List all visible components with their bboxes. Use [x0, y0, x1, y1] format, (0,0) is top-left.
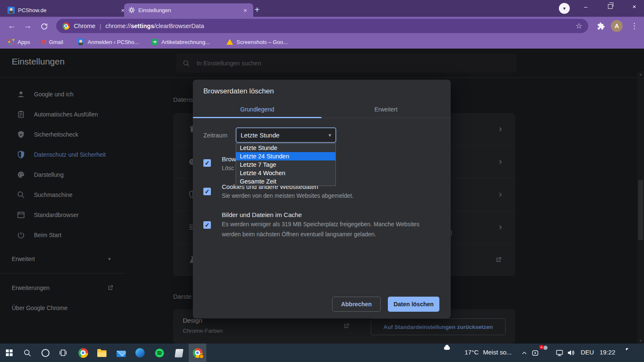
tray-temperature[interactable]: 17°C: [465, 349, 479, 356]
window-restore-button[interactable]: [601, 0, 619, 13]
pcshow-favicon: [77, 39, 84, 46]
bookmark-label: Apps: [18, 39, 30, 45]
tray-volume-icon[interactable]: [566, 348, 576, 358]
bookmark-star-icon[interactable]: ☆: [576, 21, 582, 31]
dropdown-option[interactable]: Letzte Stunde: [236, 144, 335, 152]
extensions-puzzle-icon[interactable]: [595, 21, 606, 31]
tray-network-icon[interactable]: [554, 348, 564, 358]
active-tab-underline: [193, 117, 322, 118]
windows-logo-icon: [6, 349, 13, 356]
tab-title: PCShow.de: [18, 7, 116, 13]
settings-page: Einstellungen Google und ich Automatisch…: [0, 49, 644, 344]
tab-search-button[interactable]: ▾: [559, 3, 570, 14]
checkbox-cookies[interactable]: ✓: [203, 188, 211, 195]
cancel-button[interactable]: Abbrechen: [332, 297, 381, 312]
dropdown-option-highlighted[interactable]: Letzte 24 Stunden: [236, 152, 335, 160]
bookmark-artikelabrechnung[interactable]: Artikelabrechnung...: [152, 35, 210, 49]
row-desc: Lösc: [222, 163, 234, 173]
taskbar-mail-button[interactable]: [116, 348, 126, 358]
clear-browsing-data-dialog: Browserdaten löschen Grundlegend Erweite…: [193, 80, 451, 318]
window-minimize-button[interactable]: –: [577, 0, 595, 13]
tray-clock[interactable]: 19:22: [600, 349, 615, 356]
tray-meet-now-icon[interactable]: [530, 348, 540, 358]
browser-titlebar: PCShow.de × Einstellungen × + ▾ – ×: [0, 0, 644, 17]
address-bar[interactable]: Chrome | chrome://settings/clearBrowserD…: [56, 19, 588, 33]
bookmarks-bar: Apps M Gmail Anmelden ‹ PCSho... Artikel…: [0, 35, 644, 49]
profile-avatar[interactable]: A: [611, 20, 623, 32]
forward-icon[interactable]: →: [21, 20, 34, 32]
dialog-title: Browserdaten löschen: [203, 87, 274, 96]
time-range-select[interactable]: Letzte Stunde ▾: [236, 127, 336, 143]
dialog-tab-erweitert[interactable]: Erweitert: [322, 101, 450, 117]
chrome-icon: [78, 348, 88, 358]
site-label: Chrome: [74, 23, 96, 29]
window-close-button[interactable]: ×: [626, 0, 643, 13]
task-view-icon: [59, 349, 67, 357]
confirm-delete-button[interactable]: Daten löschen: [388, 297, 439, 312]
mail-icon: [117, 351, 126, 357]
select-value: Letzte Stunde: [241, 132, 280, 139]
edge-icon: [135, 348, 145, 357]
notification-center-icon[interactable]: [625, 349, 635, 359]
cortana-button[interactable]: [40, 348, 50, 358]
notes-icon: [174, 349, 183, 357]
chevron-down-icon: ▾: [328, 132, 331, 138]
tray-weather-text[interactable]: Meist so...: [483, 349, 512, 356]
back-icon[interactable]: ←: [5, 20, 18, 32]
drive-icon: [226, 39, 233, 45]
browser-menu-kebab-icon[interactable]: ⋮: [629, 20, 640, 32]
windows-taskbar: 17°C Meist so... × DEU 19:22: [0, 344, 644, 362]
dropdown-option[interactable]: Letzte 7 Tage: [236, 160, 335, 169]
checkbox-browserverlauf[interactable]: ✓: [203, 159, 211, 167]
gmail-icon: M: [41, 39, 46, 45]
dropdown-option[interactable]: Letzte 4 Wochen: [236, 169, 335, 177]
dialog-tab-grundlegend[interactable]: Grundlegend: [193, 101, 322, 117]
chrome-logo-icon: [62, 23, 70, 30]
weather-icon[interactable]: [448, 349, 458, 359]
restore-icon: [608, 4, 613, 9]
tray-chevron-up-icon[interactable]: [519, 348, 529, 358]
page-url: chrome://settings/clearBrowserData: [105, 23, 204, 29]
file-explorer-icon: [97, 350, 106, 357]
url-separator: |: [100, 23, 101, 30]
taskbar-chrome-button[interactable]: [78, 348, 88, 358]
dropdown-option[interactable]: Gesamte Zeit: [236, 177, 335, 186]
reload-icon[interactable]: [38, 20, 50, 32]
search-icon: [23, 349, 31, 357]
time-range-dropdown: Letzte Stunde Letzte 24 Stunden Letzte 7…: [236, 143, 336, 186]
tray-onedrive-error-icon[interactable]: ×: [542, 348, 552, 358]
tab-close-icon[interactable]: ×: [242, 6, 249, 14]
browser-toolbar: ← → Chrome | chrome://settings/clearBrow…: [0, 17, 644, 35]
row-title: Brow: [222, 155, 236, 163]
pcshow-favicon: [8, 7, 15, 14]
taskbar-notes-button[interactable]: [173, 348, 183, 358]
bookmark-label: Anmelden ‹ PCSho...: [88, 39, 139, 45]
bookmark-gmail[interactable]: M Gmail: [41, 35, 63, 49]
sheets-icon: [152, 39, 158, 45]
tab-pcshow[interactable]: PCShow.de ×: [3, 3, 131, 17]
desktop-screen: PCShow.de × Einstellungen × + ▾ – × ← →: [0, 0, 644, 362]
tab-einstellungen[interactable]: Einstellungen ×: [124, 3, 253, 17]
start-button[interactable]: [4, 348, 14, 358]
new-tab-button[interactable]: +: [251, 3, 263, 16]
bookmark-anmelden[interactable]: Anmelden ‹ PCSho...: [77, 35, 139, 49]
task-view-button[interactable]: [58, 348, 68, 358]
tray-language[interactable]: DEU: [581, 349, 594, 356]
bookmark-apps[interactable]: Apps: [8, 35, 30, 49]
taskbar-search-button[interactable]: [22, 348, 32, 358]
checkbox-cache[interactable]: ✓: [203, 221, 211, 229]
taskbar-chrome-active-button[interactable]: [192, 348, 203, 358]
spotify-icon: [155, 348, 164, 358]
time-range-label: Zeitraum: [203, 132, 227, 139]
chrome-active-icon: [193, 348, 203, 358]
taskbar-explorer-button[interactable]: [97, 348, 107, 358]
taskbar-spotify-button[interactable]: [154, 348, 164, 358]
bookmark-label: Gmail: [49, 39, 63, 45]
row-desc: Sie werden von den meisten Websites abge…: [222, 191, 431, 201]
update-badge: [199, 354, 204, 359]
bookmark-screenshots[interactable]: Screenshots – Goo...: [226, 35, 288, 49]
tab-title: Einstellungen: [138, 7, 238, 13]
taskbar-edge-button[interactable]: [135, 348, 145, 358]
cortana-icon: [42, 349, 49, 357]
bookmark-label: Screenshots – Goo...: [236, 39, 288, 45]
